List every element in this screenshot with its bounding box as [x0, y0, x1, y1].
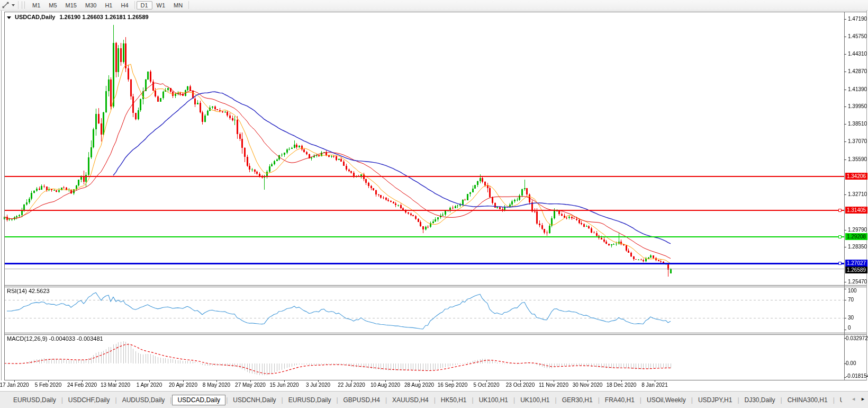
tab-separator: | — [385, 396, 387, 404]
timeframe-button-d1[interactable]: D1 — [137, 1, 152, 10]
price-axis-tick: 1.35590 — [848, 156, 867, 162]
hline-price-label: 1.34206 — [845, 173, 867, 180]
current-price-label: 1.26589 — [845, 267, 867, 273]
chart-tab[interactable]: FRA40,H1 — [600, 395, 639, 405]
price-axis-tick: 1.28350 — [848, 244, 867, 250]
title-caret-icon[interactable] — [7, 16, 11, 19]
chart-symbol: USDCAD,Daily — [15, 14, 55, 20]
rsi-indicator-label: RSI(14) 42.5623 — [7, 288, 50, 294]
date-axis-label: 15 Jun 2020 — [265, 382, 304, 388]
date-axis-label: 10 Aug 2020 — [366, 382, 405, 388]
rsi-axis-tick: 70 — [848, 297, 854, 303]
chart-tab[interactable]: GER30,H1 — [557, 395, 598, 405]
date-axis-label: 27 May 2020 — [231, 382, 270, 388]
tab-separator: | — [737, 396, 739, 404]
tab-separator: | — [336, 396, 338, 404]
chart-tab[interactable]: USOil,Weekly — [642, 395, 691, 405]
hline-price-label: 1.29208 — [845, 233, 867, 240]
toolbar-separator — [134, 1, 135, 9]
tabs-scroll-left-button[interactable]: ◄ — [851, 396, 856, 402]
price-axis-tick: 1.38510 — [848, 121, 867, 127]
chart-tab[interactable]: USDCAD,Daily — [172, 395, 225, 405]
timeframe-toolbar: M1M5M15M30H1H4D1W1MN — [28, 1, 191, 10]
rsi-axis-tick: 30 — [848, 315, 854, 321]
chart-title: USDCAD,Daily1.26190 1.26603 1.26181 1.26… — [7, 14, 149, 20]
hline-price-label: 1.27027 — [845, 260, 867, 267]
chart-tabs: EURUSD,Daily|USDCHF,Daily|AUDUSD,Daily|U… — [0, 395, 842, 405]
date-axis-label: 5 Feb 2020 — [29, 382, 68, 388]
price-axis-tick: 1.37070 — [848, 138, 867, 144]
timeframe-button-m30[interactable]: M30 — [81, 1, 101, 10]
price-axis-tick: 1.25470 — [848, 279, 867, 285]
price-axis-tick: 1.44310 — [848, 51, 867, 57]
date-axis-label: 11 Nov 2020 — [534, 382, 573, 388]
chart-tab[interactable]: USDCHF,Daily — [64, 395, 115, 405]
chart-tab[interactable]: EURUSD,Daily — [8, 395, 61, 405]
price-axis-tick: 1.45750 — [848, 33, 867, 39]
date-axis-label: 13 Mar 2020 — [96, 382, 135, 388]
date-axis-label: 22 Jul 2020 — [332, 382, 371, 388]
line-studies-tool[interactable] — [0, 1, 16, 9]
chart-tab[interactable]: AUDUSD,Daily — [117, 395, 170, 405]
tab-separator: | — [170, 396, 171, 404]
tab-separator: | — [282, 396, 283, 404]
tab-separator: | — [833, 396, 835, 404]
date-axis-label: 8 Jan 2021 — [635, 382, 674, 388]
tabs-scroll-right-button[interactable]: ► — [861, 396, 865, 402]
tab-separator: | — [555, 396, 557, 404]
toolbar-separator — [188, 1, 189, 9]
date-axis-label: 8 May 2020 — [197, 382, 236, 388]
chart-tab[interactable]: DJ30,Daily — [740, 395, 780, 405]
price-axis-tick: 1.32710 — [848, 191, 867, 197]
timeframe-button-m5[interactable]: M5 — [44, 1, 61, 10]
line-studies-icon — [2, 1, 10, 9]
tab-separator: | — [226, 396, 228, 404]
price-axis-tick: 1.42870 — [848, 68, 867, 74]
price-axis-tick: 1.41390 — [848, 86, 867, 92]
tab-separator: | — [691, 396, 693, 404]
toolbar-separator — [18, 1, 19, 9]
price-axis-tick: 1.39950 — [848, 103, 867, 109]
chart-tab[interactable]: UK100,H1 — [516, 395, 554, 405]
toolbar-grip[interactable] — [22, 2, 25, 8]
chart-tab[interactable]: HK50,H1 — [436, 395, 472, 405]
tab-separator: | — [61, 396, 63, 404]
tab-separator: | — [598, 396, 600, 404]
date-axis-label: 5 Oct 2020 — [467, 382, 506, 388]
timeframe-button-mn[interactable]: MN — [169, 1, 187, 10]
timeframe-button-m1[interactable]: M1 — [28, 1, 44, 10]
chart-tab[interactable]: USDCNH,Daily — [228, 395, 281, 405]
tab-separator: | — [513, 396, 515, 404]
hline-price-label: 1.31405 — [845, 207, 867, 214]
timeframe-button-h4[interactable]: H4 — [116, 1, 132, 10]
chart-ohlc-values: 1.26190 1.26603 1.26181 1.26589 — [59, 14, 148, 20]
date-axis-label: 1 Apr 2020 — [130, 382, 169, 388]
mt4-window: M1M5M15M30H1H4D1W1MN USDCAD,Daily1.26190… — [0, 0, 868, 408]
timeframe-button-h1[interactable]: H1 — [101, 1, 116, 10]
chart-tab[interactable]: USDJPY,H1 — [693, 395, 737, 405]
date-axis-label: 16 Sep 2020 — [433, 382, 472, 388]
macd-axis-tick: 0.032972 — [846, 335, 868, 341]
chart-tab-bar: EURUSD,Daily|USDCHF,Daily|AUDUSD,Daily|U… — [0, 391, 868, 408]
timeframe-button-w1[interactable]: W1 — [152, 1, 170, 10]
toolbar: M1M5M15M30H1H4D1W1MN — [0, 0, 868, 11]
tab-scroll-buttons: ◄ ► — [851, 396, 865, 402]
timeframe-button-m15[interactable]: M15 — [61, 1, 81, 10]
chart-tab[interactable]: EURUSD,Daily — [284, 395, 336, 405]
tab-separator: | — [472, 396, 474, 404]
rsi-axis-tick: 100 — [848, 288, 857, 294]
chart-canvas[interactable] — [0, 0, 868, 408]
chart-tab[interactable]: UK100,H1 — [474, 395, 513, 405]
rsi-axis-tick: 0 — [848, 325, 851, 331]
tab-separator: | — [640, 396, 641, 404]
chart-tab[interactable]: CHINA300,H1 — [783, 395, 833, 405]
date-axis-label: 30 Nov 2020 — [568, 382, 607, 388]
price-axis-tick: 1.29790 — [848, 227, 867, 233]
price-axis-tick: 1.47190 — [848, 16, 867, 22]
chart-tab[interactable]: GBPUSD,H4 — [339, 395, 385, 405]
tab-separator: | — [115, 396, 117, 404]
chart-tab[interactable]: USOil, — [835, 395, 842, 405]
chart-tab[interactable]: XAUUSD,H4 — [387, 395, 433, 405]
macd-indicator-label: MACD(12,26,9) -0.004033 -0.003481 — [7, 335, 103, 342]
macd-axis-tick: -0.018154 — [846, 373, 868, 379]
